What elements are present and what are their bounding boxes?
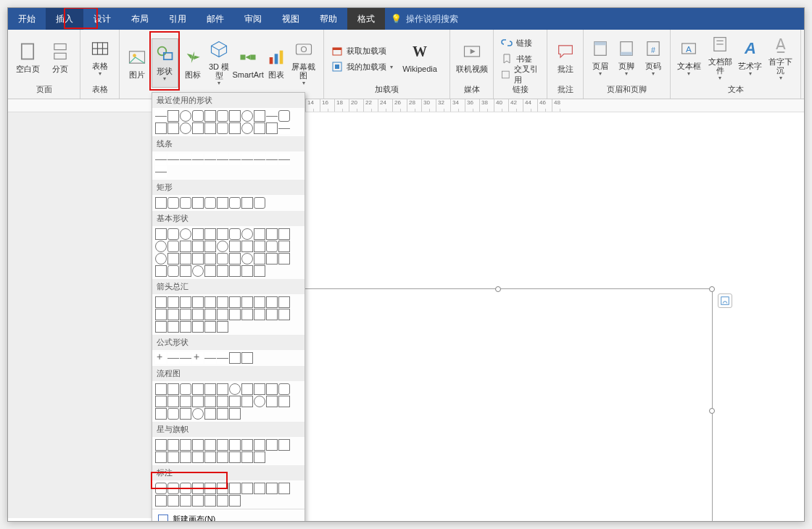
shape-item[interactable] xyxy=(180,408,191,420)
shape-item[interactable] xyxy=(192,197,204,209)
shape-item[interactable] xyxy=(204,408,216,420)
shape-item[interactable] xyxy=(155,110,167,122)
shape-item[interactable] xyxy=(241,122,253,134)
layout-options-button[interactable] xyxy=(718,293,732,308)
shape-item[interactable] xyxy=(180,483,191,494)
shape-item[interactable] xyxy=(241,110,253,122)
shape-item[interactable] xyxy=(180,383,191,395)
page-break-button[interactable]: 分页 xyxy=(45,33,76,82)
shape-item[interactable] xyxy=(229,197,241,209)
shape-item[interactable] xyxy=(266,296,278,308)
shape-item[interactable] xyxy=(204,451,216,463)
shape-item[interactable] xyxy=(167,122,179,134)
textbox-button[interactable]: A 文本框▾ xyxy=(675,33,703,82)
shape-item[interactable] xyxy=(217,241,228,252)
shape-item[interactable] xyxy=(229,495,241,507)
shape-item[interactable] xyxy=(254,383,265,395)
shape-item[interactable] xyxy=(266,122,278,134)
shape-item[interactable] xyxy=(241,439,253,451)
shape-item[interactable] xyxy=(167,110,179,122)
shape-item[interactable] xyxy=(254,228,265,240)
shape-item[interactable] xyxy=(167,253,179,264)
shape-item[interactable] xyxy=(278,110,290,122)
new-canvas-button[interactable]: 新建画布(N) xyxy=(152,509,304,522)
shape-item[interactable] xyxy=(167,228,179,240)
shape-item[interactable] xyxy=(155,228,167,240)
online-video-button[interactable]: 联机视频 xyxy=(455,33,489,82)
shape-item[interactable] xyxy=(192,352,204,364)
shape-item[interactable] xyxy=(217,228,228,240)
shape-item[interactable] xyxy=(180,321,191,333)
shape-item[interactable] xyxy=(229,408,241,420)
shapes-button[interactable]: 形状 ▾ xyxy=(152,38,178,88)
link-button[interactable]: 链接 xyxy=(498,36,542,50)
shape-item[interactable] xyxy=(180,197,191,209)
blank-page-button[interactable]: 空白页 xyxy=(12,33,44,82)
shape-item[interactable] xyxy=(180,495,191,507)
shape-item[interactable] xyxy=(266,241,278,252)
shape-item[interactable] xyxy=(204,122,216,134)
tell-me-search[interactable]: 💡 操作说明搜索 xyxy=(385,13,464,25)
shape-item[interactable] xyxy=(155,309,167,320)
shape-item[interactable] xyxy=(278,296,290,308)
shape-item[interactable] xyxy=(241,265,253,277)
shape-item[interactable] xyxy=(254,265,265,277)
shape-item[interactable] xyxy=(167,241,179,252)
shape-item[interactable] xyxy=(229,122,241,134)
shape-item[interactable] xyxy=(278,396,290,407)
shape-item[interactable] xyxy=(254,439,265,451)
shape-item[interactable] xyxy=(204,483,216,494)
shape-item[interactable] xyxy=(217,483,228,494)
shape-item[interactable] xyxy=(192,309,204,320)
shape-item[interactable] xyxy=(155,451,167,463)
shape-item[interactable] xyxy=(192,241,204,252)
selected-rectangle-shape[interactable] xyxy=(283,288,713,522)
shape-item[interactable] xyxy=(217,352,228,364)
shape-item[interactable] xyxy=(180,296,191,308)
shape-item[interactable] xyxy=(180,439,191,451)
shape-item[interactable] xyxy=(204,154,216,165)
shape-item[interactable] xyxy=(229,154,241,165)
shape-item[interactable] xyxy=(266,309,278,320)
shape-item[interactable] xyxy=(217,383,228,395)
shape-item[interactable] xyxy=(254,154,265,165)
shape-item[interactable] xyxy=(217,197,228,209)
shape-item[interactable] xyxy=(167,154,179,165)
shape-item[interactable] xyxy=(204,228,216,240)
shape-item[interactable] xyxy=(180,110,191,122)
tab-mail[interactable]: 邮件 xyxy=(196,8,234,30)
shape-item[interactable] xyxy=(180,122,191,134)
tab-help[interactable]: 帮助 xyxy=(310,8,347,30)
shape-item[interactable] xyxy=(266,483,278,494)
tab-insert[interactable]: 插入 xyxy=(46,8,83,30)
icons-button[interactable]: 图标 xyxy=(180,38,206,88)
shape-item[interactable] xyxy=(254,309,265,320)
shape-item[interactable] xyxy=(167,309,179,320)
comment-button[interactable]: 批注 xyxy=(552,33,579,82)
shape-item[interactable] xyxy=(167,197,179,209)
shape-item[interactable] xyxy=(192,396,204,407)
shape-item[interactable] xyxy=(204,352,216,364)
3d-model-button[interactable]: 3D 模型 ▾ xyxy=(207,38,231,88)
shape-item[interactable] xyxy=(167,396,179,407)
shape-item[interactable] xyxy=(204,309,216,320)
shape-item[interactable] xyxy=(217,451,228,463)
shape-item[interactable] xyxy=(217,154,228,165)
header-button[interactable]: 页眉▾ xyxy=(588,33,613,82)
page-number-button[interactable]: # 页码▾ xyxy=(641,33,666,82)
shape-item[interactable] xyxy=(204,439,216,451)
tab-view[interactable]: 视图 xyxy=(272,8,310,30)
shape-item[interactable] xyxy=(278,253,290,264)
document-area[interactable] xyxy=(8,112,804,518)
shape-item[interactable] xyxy=(192,154,204,165)
wordart-button[interactable]: A 艺术字▾ xyxy=(737,33,763,82)
shape-item[interactable] xyxy=(278,483,290,494)
shape-item[interactable] xyxy=(266,439,278,451)
shape-item[interactable] xyxy=(204,253,216,264)
shape-item[interactable] xyxy=(278,122,290,134)
shape-item[interactable] xyxy=(266,253,278,264)
shape-item[interactable] xyxy=(180,253,191,264)
shape-item[interactable] xyxy=(155,352,167,364)
shape-item[interactable] xyxy=(204,383,216,395)
shape-item[interactable] xyxy=(155,383,167,395)
